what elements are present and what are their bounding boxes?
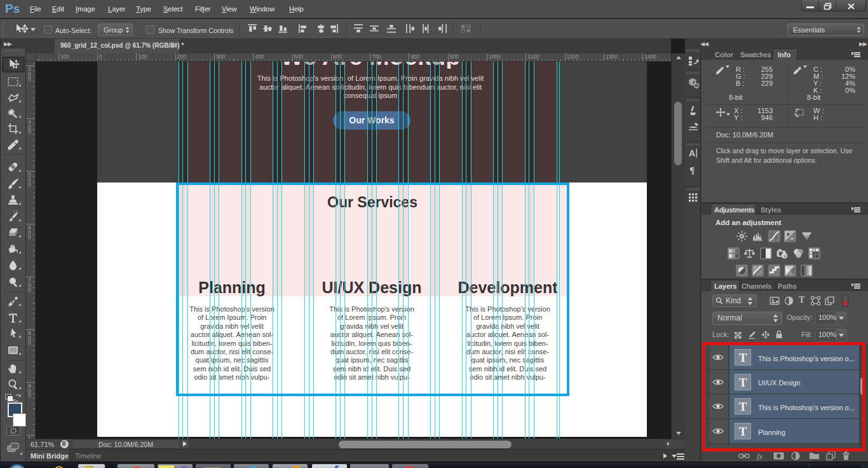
svg-text:¶: ¶ (689, 165, 695, 176)
svg-text:A: A (689, 148, 695, 158)
